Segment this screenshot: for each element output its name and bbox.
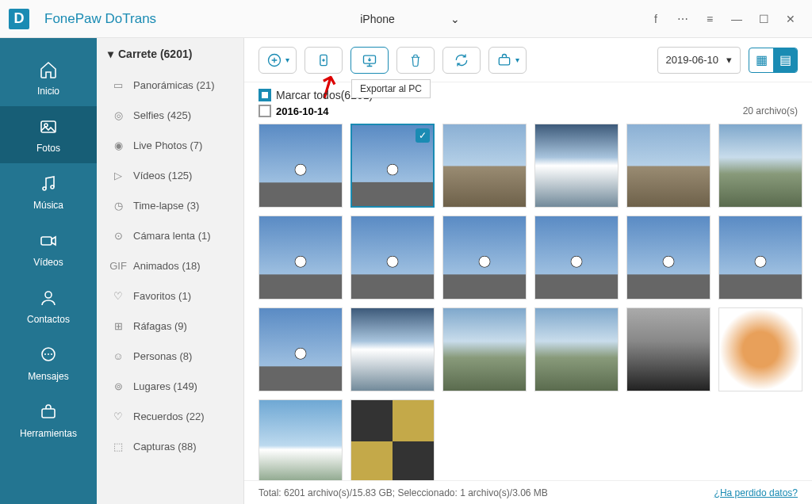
photo-thumbnail[interactable] [718, 216, 802, 300]
category-panel: ▾ Carrete (6201) ▭Panorámicas (21)◎Selfi… [97, 38, 244, 504]
checkbox-icon [259, 89, 271, 101]
category-item[interactable]: ◷Time-lapse (3) [97, 190, 243, 220]
app-title: FonePaw DoTrans [44, 11, 156, 27]
photo-thumbnail[interactable] [259, 399, 343, 480]
view-toggle: ▦ ▤ [749, 48, 798, 73]
device-selector[interactable]: iPhone ⌄ [352, 13, 460, 25]
home-icon [37, 59, 59, 81]
category-item[interactable]: ◉Live Photos (7) [97, 130, 243, 160]
video-icon: ▷ [111, 168, 125, 182]
svg-rect-7 [42, 409, 55, 418]
chevron-down-icon: ⌄ [450, 13, 460, 25]
category-label: Animados (18) [133, 260, 201, 272]
data-recovery-link[interactable]: ¿Ha perdido datos? [714, 487, 798, 498]
panorama-icon: ▭ [111, 78, 125, 92]
person-icon: ☺ [111, 349, 125, 363]
chevron-down-icon: ▾ [726, 54, 732, 66]
category-item[interactable]: ⊙Cámara lenta (1) [97, 220, 243, 250]
export-to-device-button[interactable] [304, 47, 343, 74]
photo-thumbnail[interactable] [350, 399, 435, 480]
category-label: Favoritos (1) [133, 290, 191, 302]
grid-view-button[interactable]: ▦ [749, 48, 773, 72]
date-filter[interactable]: 2019-06-10 ▾ [657, 47, 741, 74]
category-label: Live Photos (7) [133, 139, 202, 151]
device-name: iPhone [360, 13, 395, 25]
menu-icon[interactable]: ≡ [698, 7, 722, 31]
toolbar: ▾ Exportar al PC ↗ ▾ 2019-06-10 ▾ ▦ ▤ [244, 38, 812, 82]
photo-thumbnail[interactable] [442, 216, 527, 300]
nav-contactos[interactable]: Contactos [0, 277, 97, 334]
nav-label: Mensajes [28, 371, 68, 382]
nav-herramientas[interactable]: Herramientas [0, 391, 97, 449]
nav-musica[interactable]: Música [0, 163, 97, 220]
date-group-header[interactable]: 2016-10-14 20 archivo(s) [259, 105, 798, 117]
tooltip: Exportar al PC [351, 79, 431, 98]
nav-inicio[interactable]: Inicio [0, 49, 97, 106]
select-all-checkbox[interactable]: Marcar todos(6201) [259, 89, 798, 101]
category-item[interactable]: ☺Personas (8) [97, 341, 243, 371]
photo-thumbnail[interactable] [718, 124, 802, 208]
capture-icon: ⬚ [111, 439, 125, 453]
photo-thumbnail[interactable] [442, 124, 527, 208]
category-item[interactable]: ▷Vídeos (125) [97, 160, 243, 190]
photo-thumbnail[interactable] [259, 216, 343, 300]
category-item[interactable]: ◎Selfies (425) [97, 100, 243, 130]
maximize-button[interactable]: ☐ [752, 7, 776, 31]
category-header[interactable]: ▾ Carrete (6201) [97, 38, 243, 70]
delete-button[interactable] [396, 47, 435, 74]
toolbox-button[interactable]: ▾ [488, 47, 527, 74]
share-icon[interactable]: f [644, 7, 668, 31]
photo-thumbnail[interactable] [350, 216, 435, 300]
category-item[interactable]: ⊚Lugares (149) [97, 371, 243, 401]
status-text: Total: 6201 archivo(s)/15.83 GB; Selecci… [259, 487, 548, 498]
nav-videos[interactable]: Vídeos [0, 220, 97, 277]
minimize-button[interactable]: — [725, 7, 749, 31]
list-view-button[interactable]: ▤ [773, 48, 797, 72]
messages-icon [37, 344, 59, 366]
export-to-pc-button[interactable]: Exportar al PC ↗ [350, 47, 389, 74]
feedback-icon[interactable]: ⋯ [671, 7, 695, 31]
photo-thumbnail[interactable] [350, 307, 435, 391]
category-item[interactable]: GIFAnimados (18) [97, 250, 243, 281]
category-item[interactable]: ⬚Capturas (88) [97, 431, 243, 461]
selfie-icon: ◎ [111, 108, 125, 122]
app-logo: D [0, 0, 38, 38]
photo-thumbnail[interactable] [259, 124, 343, 208]
burst-icon: ⊞ [111, 319, 125, 333]
music-icon [37, 173, 59, 195]
photo-thumbnail[interactable] [442, 307, 527, 391]
svg-rect-4 [41, 237, 52, 245]
photo-thumbnail[interactable] [534, 216, 619, 300]
photo-thumbnail[interactable] [626, 307, 710, 391]
photo-thumbnail[interactable] [718, 307, 802, 391]
nav-fotos[interactable]: Fotos [0, 106, 97, 163]
photo-thumbnail[interactable] [350, 124, 435, 208]
nav-mensajes[interactable]: Mensajes [0, 334, 97, 391]
photo-thumbnail[interactable] [259, 307, 343, 391]
photo-thumbnail[interactable] [534, 124, 619, 208]
category-item[interactable]: ⊞Ráfagas (9) [97, 311, 243, 341]
nav-label: Fotos [36, 143, 60, 154]
nav-label: Herramientas [20, 428, 77, 439]
add-button[interactable]: ▾ [259, 47, 297, 74]
heart-icon: ♡ [111, 288, 125, 303]
category-label: Time-lapse (3) [133, 200, 199, 212]
photo-thumbnail[interactable] [626, 216, 710, 300]
content-area: Marcar todos(6201) 2016-10-14 20 archivo… [244, 82, 812, 480]
photo-thumbnail[interactable] [534, 307, 619, 391]
category-label: Recuerdos (22) [133, 410, 205, 422]
category-label: Ráfagas (9) [133, 320, 187, 332]
category-label: Selfies (425) [133, 109, 191, 121]
livephoto-icon: ◉ [111, 138, 125, 152]
close-button[interactable]: ✕ [779, 7, 802, 31]
pin-icon: ⊚ [111, 379, 125, 393]
category-item[interactable]: ♡Recuerdos (22) [97, 401, 243, 431]
svg-rect-11 [499, 57, 509, 64]
refresh-button[interactable] [442, 47, 481, 74]
nav-label: Música [33, 200, 63, 211]
category-item[interactable]: ▭Panorámicas (21) [97, 70, 243, 100]
photo-thumbnail[interactable] [626, 124, 710, 208]
sidebar: Inicio Fotos Música Vídeos Contactos Men… [0, 38, 97, 504]
chevron-down-icon: ▾ [108, 48, 113, 60]
category-item[interactable]: ♡Favoritos (1) [97, 281, 243, 311]
